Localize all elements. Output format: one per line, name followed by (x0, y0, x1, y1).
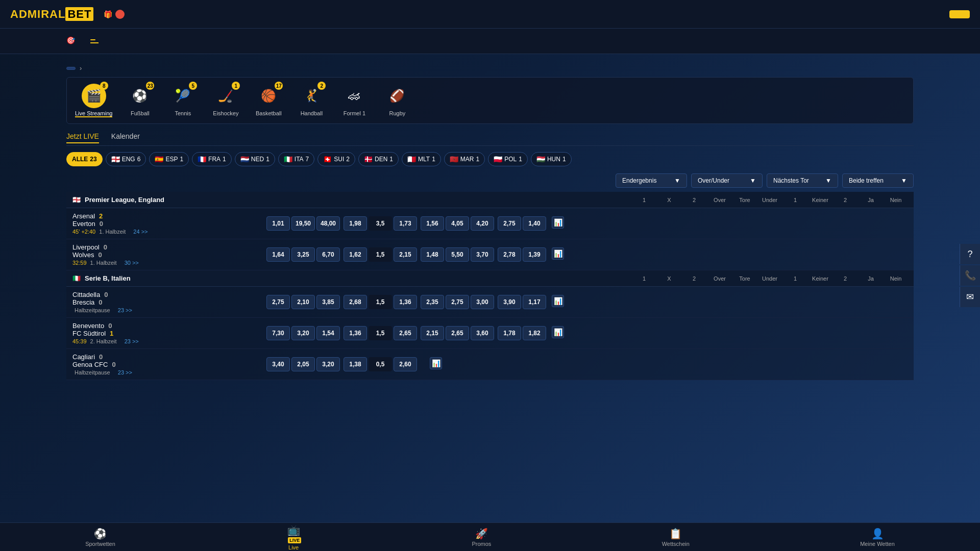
odds-btn-keiner[interactable]: 2,75 (446, 295, 469, 309)
odds-btn-keiner[interactable]: 5,50 (446, 247, 469, 262)
dropdown-overunder[interactable]: Over/Under▼ (691, 173, 763, 188)
odds-btn-under[interactable]: 1,36 (394, 295, 417, 309)
filter-chip-hun[interactable]: 🇭🇺 HUN 1 (531, 152, 572, 166)
odds-btn-2[interactable]: 3,20 (316, 357, 340, 371)
nav-sportwetten[interactable]: 🎯 (66, 36, 78, 46)
odds-btn-ja[interactable]: 2,75 (498, 216, 521, 231)
filter-chip-mar[interactable]: 🇲🇦 MAR 1 (444, 152, 485, 166)
odds-btn-1[interactable]: 1,64 (266, 247, 290, 262)
odds-btn-2[interactable]: 48,00 (316, 216, 340, 231)
odds-btn-tore[interactable]: 1,5 (369, 295, 392, 309)
filter-chip-esp[interactable]: 🇪🇸 ESP 1 (149, 152, 189, 166)
odds-btn-x[interactable]: 2,10 (291, 295, 315, 309)
bottom-nav-meine-wetten[interactable]: 👤 Meine Wetten (860, 528, 895, 547)
match-row-serie-b-1: Benevento 0 FC Südtirol 1 45:39 2. Halbz… (66, 318, 914, 349)
odds-btn-1[interactable]: 1,01 (266, 216, 290, 231)
tab-jetzt[interactable]: Jetzt LIVE (66, 132, 99, 143)
dropdown-ergebnis[interactable]: Endergebnis▼ (616, 173, 687, 188)
odds-btn-1n[interactable]: 1,56 (421, 216, 444, 231)
filter-chip-alle[interactable]: ALLE 23 (66, 152, 103, 166)
market-count[interactable]: 24 >> (133, 229, 148, 235)
dropdown-beide[interactable]: Beide treffen▼ (842, 173, 914, 188)
info-icon[interactable]: 📊 (552, 247, 564, 260)
market-count[interactable]: 23 >> (118, 307, 132, 313)
filter-chip-fra[interactable]: 🇫🇷 FRA 1 (192, 152, 232, 166)
market-count[interactable]: 30 >> (125, 260, 139, 266)
info-icon[interactable]: 📊 (552, 295, 564, 307)
odds-btn-keiner[interactable]: 4,05 (446, 216, 469, 231)
tab-kalender[interactable]: Kalender (111, 132, 140, 143)
filter-chip-sui[interactable]: 🇨🇭 SUI 2 (317, 152, 355, 166)
info-icon[interactable]: 📊 (552, 216, 564, 229)
odds-btn-ja[interactable]: 3,90 (498, 295, 521, 309)
odds-btn-nein[interactable]: 1,40 (523, 216, 546, 231)
bottom-nav-promos[interactable]: 🚀 Promos (472, 528, 491, 547)
odds-btn-over[interactable]: 1,36 (344, 326, 367, 340)
sport-item-formel1[interactable]: 🏎 Formel 1 (339, 84, 370, 116)
odds-btn-2n[interactable]: 3,00 (471, 295, 494, 309)
odds-btn-over[interactable]: 2,68 (344, 295, 367, 309)
filter-chip-mlt[interactable]: 🇲🇹 MLT 1 (402, 152, 441, 166)
sport-item-rugby[interactable]: 🏈 Rugby (382, 84, 412, 116)
odds-btn-x[interactable]: 19,50 (291, 216, 315, 231)
odds-btn-x[interactable]: 3,20 (291, 326, 315, 340)
odds-btn-keiner[interactable]: 2,65 (446, 326, 469, 340)
odds-btn-1[interactable]: 2,75 (266, 295, 290, 309)
sidebar-btn-help[interactable]: ? (960, 244, 980, 264)
filter-chip-ned[interactable]: 🇳🇱 NED 1 (235, 152, 275, 166)
nav-live[interactable] (90, 39, 99, 43)
odds-btn-over[interactable]: 1,98 (344, 216, 367, 231)
odds-btn-nein[interactable]: 1,17 (523, 295, 546, 309)
sidebar-btn-mail[interactable]: ✉ (960, 287, 980, 307)
sport-item-live[interactable]: 🎬 8 Live Streaming (75, 84, 112, 117)
info-icon[interactable]: 📊 (552, 326, 564, 338)
sport-item-eishockey[interactable]: 🏒 1 Eishockey (210, 84, 241, 116)
odds-btn-2[interactable]: 1,54 (316, 326, 340, 340)
sport-item-tennis[interactable]: 🎾 5 Tennis (167, 84, 198, 116)
market-count[interactable]: 23 >> (118, 369, 132, 375)
odds-btn-x[interactable]: 3,25 (291, 247, 315, 262)
odds-btn-tore[interactable]: 0,5 (369, 357, 392, 371)
bottom-nav-live[interactable]: 📺 LIVE Live (286, 524, 301, 550)
odds-btn-nein[interactable]: 1,39 (523, 247, 546, 262)
odds-btn-1n[interactable]: 2,35 (421, 295, 444, 309)
filter-chip-den[interactable]: 🇩🇰 DEN 1 (358, 152, 399, 166)
filter-chip-ita[interactable]: 🇮🇹 ITA 7 (278, 152, 314, 166)
odds-btn-1n[interactable]: 1,48 (421, 247, 444, 262)
odds-btn-under[interactable]: 1,73 (394, 216, 417, 231)
odds-btn-ja[interactable]: 1,78 (498, 326, 521, 340)
filter-chip-eng[interactable]: 🏴󠁧󠁢󠁥󠁮󠁧󠁿 ENG 6 (106, 152, 146, 166)
sport-item-handball[interactable]: 🤾 2 Handball (296, 84, 327, 116)
odds-btn-x[interactable]: 2,05 (291, 357, 315, 371)
odds-btn-2[interactable]: 6,70 (316, 247, 340, 262)
odds-btn-under[interactable]: 2,65 (394, 326, 417, 340)
promotions-button[interactable]: 🎁 (104, 10, 128, 19)
odds-btn-tore[interactable]: 1,5 (369, 326, 392, 340)
odds-btn-ja[interactable]: 2,78 (498, 247, 521, 262)
info-icon[interactable]: 📊 (430, 357, 442, 369)
odds-btn-2[interactable]: 3,85 (316, 295, 340, 309)
odds-btn-2n[interactable]: 3,60 (471, 326, 494, 340)
sidebar-btn-phone[interactable]: 📞 (960, 265, 980, 286)
odds-btn-2n[interactable]: 4,20 (471, 216, 494, 231)
bottom-nav-wettschein[interactable]: 📋 Wettschein (662, 528, 690, 547)
odds-btn-2n[interactable]: 3,70 (471, 247, 494, 262)
sport-item-fussball[interactable]: ⚽ 23 Fußball (125, 84, 155, 116)
filter-chip-pol[interactable]: 🇵🇱 POL 1 (488, 152, 528, 166)
odds-btn-1[interactable]: 3,40 (266, 357, 290, 371)
odds-btn-over[interactable]: 1,62 (344, 247, 367, 262)
odds-btn-1n[interactable]: 2,15 (421, 326, 444, 340)
odds-btn-over[interactable]: 1,38 (344, 357, 367, 371)
odds-btn-tore[interactable]: 1,5 (369, 247, 392, 262)
sport-item-basketball[interactable]: 🏀 17 Basketball (253, 84, 284, 116)
market-count[interactable]: 23 >> (125, 338, 139, 344)
odds-btn-1[interactable]: 7,30 (266, 326, 290, 340)
dropdown-naechstes[interactable]: Nächstes Tor▼ (767, 173, 838, 188)
bottom-nav-sportwetten[interactable]: ⚽ Sportwetten (85, 528, 115, 547)
odds-btn-nein[interactable]: 1,82 (523, 326, 546, 340)
odds-btn-under[interactable]: 2,60 (394, 357, 417, 371)
breadcrumb-dots[interactable] (66, 67, 76, 70)
odds-btn-tore[interactable]: 3,5 (369, 216, 392, 231)
register-button[interactable] (949, 10, 970, 18)
odds-btn-under[interactable]: 2,15 (394, 247, 417, 262)
